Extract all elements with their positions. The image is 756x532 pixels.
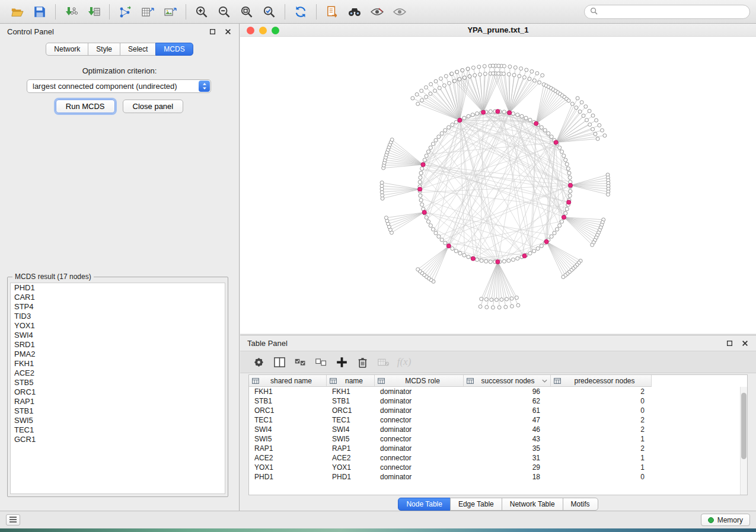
column-header-name[interactable]: name <box>327 375 375 387</box>
dominator-node[interactable] <box>567 200 571 204</box>
dominator-node[interactable] <box>446 244 451 248</box>
column-header-mcds-role[interactable]: MCDS role <box>375 375 464 387</box>
tab-motifs[interactable]: Motifs <box>563 498 598 511</box>
mcds-result-item[interactable]: PHD1 <box>11 283 225 293</box>
criterion-dropdown[interactable]: largest connected component (undirected) <box>27 79 211 93</box>
tab-network[interactable]: Network <box>46 43 88 56</box>
mcds-result-item[interactable]: PMA2 <box>11 350 225 359</box>
mcds-result-item[interactable]: SWI4 <box>11 331 225 340</box>
dominator-node[interactable] <box>458 118 462 122</box>
table-settings-button[interactable] <box>248 352 269 371</box>
table-row[interactable]: YOX1YOX1connector291 <box>249 463 747 472</box>
dominator-node[interactable] <box>418 187 422 191</box>
dominator-node[interactable] <box>496 259 500 264</box>
dominator-node[interactable] <box>508 111 512 115</box>
export-table-button[interactable] <box>136 2 159 21</box>
table-row[interactable]: RAP1RAP1dominator352 <box>249 444 747 453</box>
table-row[interactable]: STB1STB1dominator620 <box>249 396 747 406</box>
float-panel-icon[interactable] <box>208 27 216 36</box>
mcds-result-item[interactable]: TEC1 <box>11 425 225 435</box>
tab-select[interactable]: Select <box>120 43 156 56</box>
find-button[interactable] <box>343 2 366 21</box>
rename-column-button[interactable] <box>373 352 394 371</box>
mcds-result-group: MCDS result (17 nodes) PHD1CAR1STP4TID3Y… <box>7 277 228 497</box>
dominator-node[interactable] <box>471 257 475 261</box>
dominator-node[interactable] <box>568 183 572 187</box>
dominator-node[interactable] <box>496 110 500 114</box>
zoom-selected-button[interactable] <box>258 2 280 21</box>
column-header-successor-nodes[interactable]: successor nodes <box>464 375 551 387</box>
dominator-node[interactable] <box>481 110 486 114</box>
show-panels-button[interactable] <box>6 514 20 525</box>
network-window-titlebar[interactable]: YPA_prune.txt_1 <box>240 24 756 37</box>
mcds-result-item[interactable]: STB5 <box>11 378 225 387</box>
mcds-result-item[interactable]: TID3 <box>11 312 225 321</box>
dominator-node[interactable] <box>422 210 426 214</box>
run-mcds-button[interactable]: Run MCDS <box>56 100 115 113</box>
zoom-fit-button[interactable] <box>235 2 258 21</box>
column-header-shared-name[interactable]: shared name <box>249 375 327 387</box>
import-table-button[interactable] <box>82 2 105 21</box>
copy-network-button[interactable] <box>321 2 343 21</box>
show-columns-button[interactable] <box>269 352 290 371</box>
mcds-result-item[interactable]: ORC1 <box>11 387 225 397</box>
table-row[interactable]: FKH1FKH1dominator962 <box>249 387 747 396</box>
mcds-result-list[interactable]: PHD1CAR1STP4TID3YOX1SWI4SRD1PMA2FKH1ACE2… <box>10 283 225 494</box>
close-table-panel-icon[interactable] <box>741 339 749 347</box>
mcds-result-item[interactable]: SWI5 <box>11 416 225 425</box>
mcds-result-item[interactable]: ACE2 <box>11 368 225 378</box>
refresh-layout-button[interactable] <box>289 2 312 21</box>
mcds-result-item[interactable]: GCR1 <box>11 435 225 444</box>
float-table-panel-icon[interactable] <box>725 339 733 347</box>
tab-network-table[interactable]: Network Table <box>502 498 563 511</box>
zoom-out-button[interactable] <box>213 2 235 21</box>
table-row[interactable]: ORC1ORC1dominator610 <box>249 406 747 415</box>
close-panel-icon[interactable] <box>224 27 232 36</box>
mcds-result-item[interactable]: YOX1 <box>11 321 225 331</box>
import-network-button[interactable] <box>60 2 82 21</box>
mcds-result-item[interactable]: SRD1 <box>11 340 225 350</box>
search-box[interactable] <box>584 5 750 19</box>
mcds-result-item[interactable]: STB1 <box>11 406 225 416</box>
table-scrollbar[interactable] <box>740 387 747 495</box>
table-row[interactable]: PHD1PHD1dominator180 <box>249 472 747 482</box>
network-canvas[interactable] <box>240 37 755 334</box>
table-row[interactable]: TEC1TEC1connector472 <box>249 415 747 425</box>
table-row[interactable]: SWI4SWI4dominator462 <box>249 425 747 434</box>
toolbar-divider <box>186 4 186 20</box>
mcds-result-item[interactable]: FKH1 <box>11 359 225 368</box>
delete-column-button[interactable] <box>352 352 373 371</box>
zoom-in-button[interactable] <box>190 2 213 21</box>
search-input[interactable] <box>601 8 744 16</box>
add-column-button[interactable] <box>331 352 352 371</box>
mcds-result-item[interactable]: RAP1 <box>11 397 225 406</box>
save-session-button[interactable] <box>28 2 51 21</box>
table-row[interactable]: SWI5SWI5connector431 <box>249 434 747 444</box>
scrollbar-thumb[interactable] <box>741 393 747 459</box>
table-row[interactable]: ACE2ACE2connector311 <box>249 453 747 463</box>
deselect-all-rows-button[interactable] <box>311 352 331 371</box>
apply-style-button[interactable] <box>366 2 388 21</box>
tab-edge-table[interactable]: Edge Table <box>450 498 502 511</box>
tab-mcds[interactable]: MCDS <box>155 43 193 56</box>
mcds-result-item[interactable]: CAR1 <box>11 293 225 302</box>
export-network-button[interactable] <box>114 2 136 21</box>
tab-node-table[interactable]: Node Table <box>398 498 451 511</box>
dominator-node[interactable] <box>534 121 538 126</box>
tab-style[interactable]: Style <box>88 43 120 56</box>
dominator-node[interactable] <box>554 140 558 145</box>
close-mcds-panel-button[interactable]: Close panel <box>123 100 184 113</box>
dominator-node[interactable] <box>544 239 548 243</box>
select-all-rows-button[interactable] <box>290 352 311 371</box>
dominator-node[interactable] <box>562 215 566 219</box>
memory-button[interactable]: Memory <box>701 514 750 526</box>
network-ring-nodes[interactable] <box>418 110 572 264</box>
export-image-button[interactable] <box>159 2 181 21</box>
function-builder-button[interactable]: f(x) <box>394 352 414 371</box>
show-hide-button[interactable] <box>388 2 411 21</box>
mcds-result-item[interactable]: STP4 <box>11 302 225 312</box>
open-session-button[interactable] <box>6 2 28 21</box>
dominator-node[interactable] <box>421 162 425 166</box>
dominator-node[interactable] <box>522 254 527 258</box>
column-header-predecessor-nodes[interactable]: predecessor nodes <box>551 375 652 387</box>
